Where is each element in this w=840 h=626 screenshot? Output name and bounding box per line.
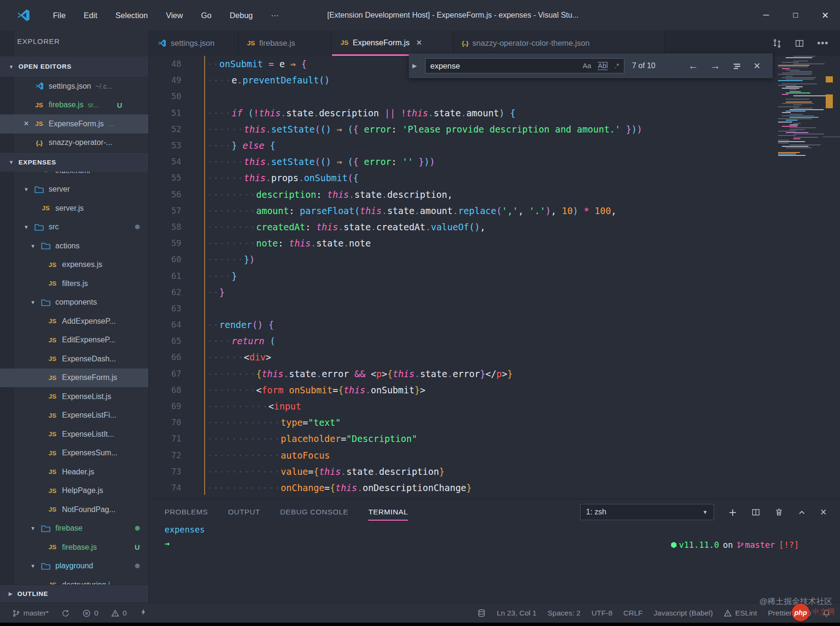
tree-item-ExpenseForm.js[interactable]: JS ExpenseForm.js	[0, 369, 148, 388]
outline-section-header[interactable]: ▶ OUTLINE	[0, 585, 148, 603]
code-line[interactable]: 70 ············type="text"	[149, 414, 840, 431]
tree-item-actions[interactable]: ▼ actions	[0, 236, 148, 256]
status-item-Javascript-Babel-[interactable]: Javascript (Babel)	[653, 609, 713, 617]
menu-View[interactable]: View	[157, 11, 192, 20]
tree-item-filters.js[interactable]: JS filters.js	[0, 274, 148, 293]
find-input[interactable]: expense Aa Abl .*	[425, 58, 624, 73]
open-editors-header[interactable]: ▼ OPEN EDITORS	[0, 56, 148, 77]
code-line[interactable]: 60 ······})	[149, 251, 840, 267]
menu-Debug[interactable]: Debug	[220, 11, 262, 20]
code-line[interactable]: 57 ········amount: parseFloat(this.state…	[149, 203, 840, 219]
open-editor-snazzy-operator-...[interactable]: {..} snazzy-operator-...	[0, 133, 148, 153]
expenses-section-header[interactable]: ▼ EXPENSES	[0, 152, 148, 172]
panel-tab-PROBLEMS[interactable]: PROBLEMS	[165, 508, 208, 516]
close-find-icon[interactable]: ×	[754, 59, 760, 72]
find-in-selection-icon[interactable]	[732, 60, 742, 72]
kill-terminal-icon[interactable]	[775, 508, 783, 517]
tree-item-firebase.js[interactable]: JS firebase.js U	[0, 538, 148, 557]
tree-item-EditExpenseP...[interactable]: JS EditExpenseP...	[0, 331, 148, 350]
menu-more[interactable]: ···	[262, 11, 288, 20]
tree-item-expenses.js[interactable]: JS expenses.js	[0, 256, 148, 275]
tree-item-src[interactable]: ▼ src	[0, 218, 148, 237]
code-line[interactable]: 50	[149, 88, 840, 104]
code-line[interactable]: 53 ····} else {	[149, 137, 840, 154]
code-line[interactable]: 66 ······<div>	[149, 349, 840, 365]
status-item-master-[interactable]: master*	[12, 608, 49, 617]
code-line[interactable]: 52 ······this.setState(() ⇒ ({ error: 'P…	[149, 121, 840, 137]
tree-item-ExpenseListIt...[interactable]: JS ExpenseListIt...	[0, 425, 148, 444]
minimap[interactable]	[778, 56, 822, 165]
tab-ExpenseForm.js[interactable]: JS ExpenseForm.js ×	[332, 31, 453, 56]
status-item-0[interactable]: 0	[111, 608, 127, 617]
code-line[interactable]: 63	[149, 300, 840, 317]
open-editor-ExpenseForm.js[interactable]: × JS ExpenseForm.js ...	[0, 114, 148, 133]
tab-snazzy-operator-color-theme.json[interactable]: {..} snazzy-operator-color-theme.json	[453, 31, 664, 56]
code-line[interactable]: 55 ······this.props.onSubmit({	[149, 170, 840, 186]
previous-match-icon[interactable]: ←	[688, 60, 698, 72]
tree-item-ExpensesSum...[interactable]: JS ExpensesSum...	[0, 444, 148, 463]
code-line[interactable]: 56 ········description: this.state.descr…	[149, 186, 840, 203]
code-line[interactable]: 65 ····return (	[149, 333, 840, 349]
more-actions-icon[interactable]: •••	[817, 38, 829, 49]
tree-item-components[interactable]: ▼ components	[0, 293, 148, 312]
open-editor-firebase.js[interactable]: JS firebase.js sr... U	[0, 96, 148, 115]
match-case-icon[interactable]: Aa	[583, 62, 591, 70]
tree-item-server[interactable]: ▼ server	[0, 180, 148, 199]
split-terminal-icon[interactable]	[751, 508, 760, 516]
status-item-UTF-8[interactable]: UTF-8	[591, 609, 612, 617]
code-line[interactable]: 69 ··········<input	[149, 398, 840, 414]
code-line[interactable]: 59 ········note: this.state.note	[149, 235, 840, 251]
code-line[interactable]: 72 ············autoFocus	[149, 447, 840, 463]
menu-File[interactable]: File	[44, 11, 75, 20]
minimize-button[interactable]: ─	[751, 0, 781, 31]
status-item-Spaces-2[interactable]: Spaces: 2	[548, 609, 581, 617]
tree-item-HelpPage.js[interactable]: JS HelpPage.js	[0, 482, 148, 501]
menu-Go[interactable]: Go	[192, 11, 220, 20]
tree-item-ExpenseList.js[interactable]: JS ExpenseList.js	[0, 387, 148, 406]
status-item-0[interactable]: 0	[83, 608, 98, 617]
code-line[interactable]: 74 ············onChange={this.onDescript…	[149, 480, 840, 496]
tree-item-destructuring.j...[interactable]: JS destructuring.j...	[0, 575, 148, 585]
tree-item-index.html[interactable]: <> index.html	[0, 172, 148, 180]
panel-tab-OUTPUT[interactable]: OUTPUT	[228, 508, 260, 516]
open-editor-settings.json[interactable]: settings.json ~/.c...	[0, 77, 148, 96]
code-line[interactable]: 62 ··}	[149, 284, 840, 300]
status-item-bolt[interactable]	[140, 608, 147, 618]
close-window-button[interactable]: ×	[810, 0, 840, 31]
code-line[interactable]: 51 ····if (!this.state.description || !t…	[149, 105, 840, 121]
code-line[interactable]: 71 ············placeholder="Description"	[149, 431, 840, 447]
code-line[interactable]: 73 ············value={this.state.descrip…	[149, 463, 840, 480]
close-tab-icon[interactable]: ×	[416, 37, 422, 48]
menu-Selection[interactable]: Selection	[106, 11, 157, 20]
code-line[interactable]: 64 ··render() {	[149, 317, 840, 333]
tree-item-playground[interactable]: ▼ playground	[0, 557, 148, 576]
code-line[interactable]: 54 ······this.setState(() ⇒ ({ error: ''…	[149, 154, 840, 170]
tree-item-AddExpenseP...[interactable]: JS AddExpenseP...	[0, 312, 148, 331]
tree-item-Header.js[interactable]: JS Header.js	[0, 462, 148, 482]
tree-item-server.js[interactable]: JS server.js	[0, 199, 148, 218]
tree-item-NotFoundPag...[interactable]: JS NotFoundPag...	[0, 500, 148, 519]
terminal-output[interactable]: expenses →	[165, 525, 205, 548]
code-line[interactable]: 67 ········{this.state.error && <p>{this…	[149, 366, 840, 382]
tab-firebase.js[interactable]: JS firebase.js	[239, 31, 332, 56]
code-line[interactable]: 58 ········createdAt: this.state.created…	[149, 219, 840, 235]
code-line[interactable]: 68 ········<form onSubmit={this.onSubmit…	[149, 382, 840, 398]
tree-item-firebase[interactable]: ▼ firebase	[0, 519, 148, 538]
find-query-text[interactable]: expense	[430, 62, 460, 71]
next-match-icon[interactable]: →	[710, 60, 720, 72]
code-editor[interactable]: 48 ··onSubmit = e ⇒ { 49 ····e.preventDe…	[149, 56, 840, 499]
tab-settings.json[interactable]: settings.json	[149, 31, 239, 56]
menu-Edit[interactable]: Edit	[75, 11, 106, 20]
status-item-db[interactable]	[477, 608, 486, 617]
tree-item-ExpenseDash...[interactable]: JS ExpenseDash...	[0, 349, 148, 369]
maximize-button[interactable]: □	[781, 0, 810, 31]
terminal-select[interactable]: 1: zsh ▼	[580, 504, 714, 520]
tree-item-ExpenseListFi...[interactable]: JS ExpenseListFi...	[0, 406, 148, 425]
status-item-CRLF[interactable]: CRLF	[623, 609, 643, 617]
panel-tab-TERMINAL[interactable]: TERMINAL	[368, 508, 408, 516]
panel-tab-DEBUG CONSOLE[interactable]: DEBUG CONSOLE	[280, 508, 348, 516]
code-line[interactable]: 61 ····}	[149, 267, 840, 284]
find-toggle-replace-icon[interactable]: ▶	[409, 53, 421, 78]
regex-icon[interactable]: .*	[614, 62, 619, 70]
status-item-sync[interactable]	[62, 608, 70, 617]
